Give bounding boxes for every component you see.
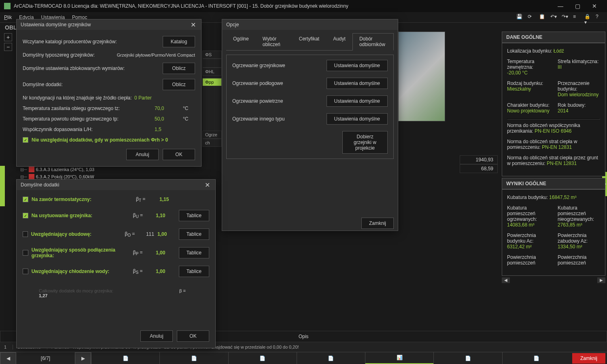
add-icon[interactable]: + <box>4 33 12 41</box>
tab-icon-6[interactable]: 📄 <box>433 352 502 364</box>
close-icon[interactable]: ✕ <box>203 181 211 189</box>
cancel-button[interactable]: Anuluj <box>126 149 159 160</box>
tab-icon-4[interactable]: 📄 <box>297 352 365 364</box>
tablice-button[interactable]: Tablice <box>179 210 209 221</box>
tree-row[interactable]: ⊟─6.3.A.3 Łazienka (24°C), 1,03 <box>20 166 94 173</box>
dialog-title: Opcje <box>226 22 239 28</box>
prev-page-button[interactable]: ◀ <box>0 352 16 364</box>
tab-icon-3[interactable]: 📄 <box>228 352 297 364</box>
tab-ogolne[interactable]: Ogólne <box>226 33 256 50</box>
options-dialog: Opcje Ogólne Wybór obliczeń Certyfikat A… <box>222 19 398 231</box>
dialog-title: Ustawienia domyślne grzejników <box>21 22 91 28</box>
tab-icon-5[interactable]: 📊 <box>365 352 433 364</box>
tablice-button[interactable]: Tablice <box>179 266 209 277</box>
tablice-button[interactable]: Tablice <box>179 247 209 258</box>
tab-icon-7[interactable]: 📄 <box>502 352 571 364</box>
export-icon[interactable]: 📋 <box>539 14 546 21</box>
tab-cert[interactable]: Certyfikat <box>292 33 327 50</box>
connection-checkbox[interactable] <box>23 250 28 256</box>
3d-preview <box>398 32 445 121</box>
tab-dobor[interactable]: Dobór odbiorników <box>352 33 394 51</box>
default-settings-button[interactable]: Ustawienia domyślne <box>327 60 388 71</box>
column-labels: ΦS ΦHL Φpp Ogrze ch <box>202 51 222 147</box>
page-indicator: [6/7] <box>16 356 75 361</box>
lock-icon[interactable]: 🔒▾ <box>584 14 592 21</box>
dialog-title: Domyślne dodatki <box>21 182 59 188</box>
redo-icon[interactable]: ↷▾ <box>562 14 569 21</box>
next-page-button[interactable]: ▶ <box>75 352 91 364</box>
save-icon[interactable]: 💾 <box>516 14 524 21</box>
tab-audyt[interactable]: Audyt <box>326 33 352 50</box>
titlebar: ArCADia-TERMOCAD 8.0 Licencja dla: WEWNĘ… <box>0 0 607 12</box>
select-radiators-button[interactable]: Dobierz grzejniki w projekcie <box>342 131 388 154</box>
right-panel: DANE OGÓLNE Lokalizacja budynku: Łódź Te… <box>502 32 605 283</box>
tablice-button[interactable]: Tablice <box>179 229 209 240</box>
layers-icon[interactable]: ≡ <box>573 14 580 21</box>
minimize-button[interactable]: — <box>552 0 569 12</box>
tab-icon-1[interactable]: 📄 <box>91 352 159 364</box>
tab-wybor[interactable]: Wybór obliczeń <box>256 33 292 50</box>
window-title: ArCADia-TERMOCAD 8.0 Licencja dla: WEWNĘ… <box>14 3 348 9</box>
remove-icon[interactable]: − <box>4 43 12 51</box>
maximize-button[interactable]: ▢ <box>569 0 586 12</box>
result-numbers: 1940,93 68,59 <box>460 155 498 173</box>
location-checkbox[interactable]: ✓ <box>23 213 28 218</box>
cooling-checkbox[interactable] <box>23 269 28 274</box>
oblicz-button-2[interactable]: Oblicz <box>163 79 195 90</box>
close-icon[interactable]: ✕ <box>189 21 197 29</box>
room-icon <box>29 174 34 180</box>
default-settings-button[interactable]: Ustawienia domyślne <box>327 78 388 89</box>
zamknij-button[interactable]: Zamknij <box>572 353 605 364</box>
general-results-header: WYNIKI OGÓLNE <box>502 178 605 189</box>
thermostat-checkbox[interactable]: ✓ <box>23 197 28 202</box>
default-settings-button[interactable]: Ustawienia domyślne <box>327 113 388 125</box>
close-button[interactable]: ✕ <box>586 0 603 12</box>
tree-view: ⊟─6.3.A.3 Łazienka (24°C), 1,03 ⊟─6.3.A.… <box>20 166 94 180</box>
enclosure-checkbox[interactable] <box>23 231 28 237</box>
room-icon <box>29 167 34 172</box>
katalog-button[interactable]: Katalog <box>163 36 195 47</box>
default-settings-button[interactable]: Ustawienia domyślne <box>327 95 388 107</box>
ok-button[interactable]: OK <box>177 330 209 342</box>
scroll-left-icon[interactable]: ◀ <box>502 277 510 283</box>
help-icon[interactable]: ? <box>596 14 603 21</box>
general-data-header: DANE OGÓLNE <box>502 32 605 43</box>
app-logo <box>4 3 11 9</box>
refresh-icon[interactable]: ⟳ <box>528 14 535 21</box>
cancel-button[interactable]: Anuluj <box>140 330 173 342</box>
panel-collapse-left[interactable] <box>0 166 5 206</box>
tab-icon-2[interactable]: 📄 <box>159 352 228 364</box>
ok-button[interactable]: OK <box>163 149 195 160</box>
ignore-additives-checkbox[interactable]: ✓ <box>23 137 28 143</box>
scroll-right-icon[interactable]: ▶ <box>597 277 605 283</box>
oblicz-button[interactable]: Oblicz <box>163 63 195 74</box>
default-additives-dialog: Domyślne dodatki ✕ ✓ Na zawór termostaty… <box>16 179 216 348</box>
menu-plik[interactable]: Plik <box>4 15 12 20</box>
radiator-settings-dialog: Ustawienia domyślne grzejników ✕ Wczytan… <box>16 19 202 167</box>
close-button[interactable]: Zamknij <box>361 218 394 229</box>
undo-icon[interactable]: ↶▾ <box>550 14 558 21</box>
